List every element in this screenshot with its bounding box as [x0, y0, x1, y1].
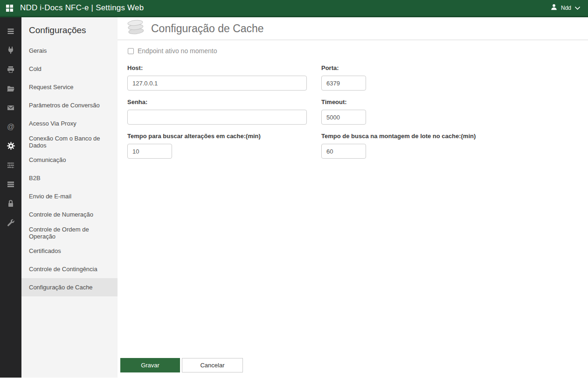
sidebar-item-conexao-banco-dados[interactable]: Conexão Com o Banco de Dados [21, 133, 118, 151]
sidebar-title: Configurações [21, 17, 118, 42]
icon-rail: @ [0, 17, 21, 378]
timeout-input[interactable] [321, 110, 366, 125]
tempo-busca-lote-input[interactable] [321, 144, 366, 159]
tempo-busca-lote-field-group: Tempo de busca na montagem de lote no ca… [321, 133, 503, 159]
host-input[interactable] [127, 76, 307, 91]
svg-text:@: @ [7, 123, 14, 131]
tempo-busca-alteracoes-field-group: Tempo para buscar alterações em cache:(m… [127, 133, 307, 159]
form-actions: Gravar Cancelar [120, 358, 243, 372]
tempo-busca-lote-label: Tempo de busca na montagem de lote no ca… [321, 133, 503, 140]
timeout-field-group: Timeout: [321, 98, 366, 125]
timeout-label: Timeout: [321, 98, 366, 105]
main-panel: Configuração de Cache Endpoint ativo no … [118, 17, 588, 378]
senha-field-group: Senha: [127, 98, 307, 125]
save-button[interactable]: Gravar [120, 358, 180, 372]
sidebar-item-envio-email[interactable]: Envio de E-mail [21, 187, 118, 205]
cache-config-form: Endpoint ativo no momento Host: Porta: S… [118, 40, 588, 378]
senha-label: Senha: [127, 98, 307, 105]
page-title: Configuração de Cache [151, 22, 264, 35]
gear-icon[interactable] [0, 136, 21, 155]
porta-label: Porta: [321, 64, 366, 71]
sliders-icon[interactable] [0, 155, 21, 175]
settings-sidebar: Configurações Gerais Cold Request Servic… [21, 17, 118, 378]
cancel-button[interactable]: Cancelar [182, 358, 243, 372]
host-field-group: Host: [127, 64, 307, 91]
sidebar-item-acesso-via-proxy[interactable]: Acesso Via Proxy [21, 114, 118, 133]
plug-icon[interactable] [0, 41, 21, 60]
sidebar-item-gerais[interactable]: Gerais [21, 42, 118, 60]
sidebar-item-cold[interactable]: Cold [21, 60, 118, 78]
envelope-icon[interactable] [0, 98, 21, 117]
tempo-busca-alteracoes-label: Tempo para buscar alterações em cache:(m… [127, 133, 307, 140]
menu-icon[interactable] [0, 21, 21, 41]
app-title: NDD i-Docs NFC-e | Settings Web [20, 3, 144, 13]
porta-field-group: Porta: [321, 64, 366, 91]
sidebar-item-controle-ordem-operacao[interactable]: Controle de Ordem de Operação [21, 224, 118, 242]
endpoint-checkbox-label: Endpoint ativo no momento [138, 47, 217, 55]
sidebar-item-certificados[interactable]: Certificados [21, 242, 118, 260]
page-header: Configuração de Cache [118, 17, 588, 40]
host-label: Host: [127, 64, 307, 71]
app-logo-icon[interactable] [6, 4, 14, 12]
stack-icon[interactable] [0, 175, 21, 194]
chevron-down-icon [574, 4, 581, 12]
sidebar-item-b2b[interactable]: B2B [21, 169, 118, 187]
user-name: Ndd [561, 5, 571, 11]
cache-database-icon [125, 18, 146, 39]
lock-icon[interactable] [0, 194, 21, 213]
porta-input[interactable] [321, 76, 366, 91]
printer-icon[interactable] [0, 60, 21, 79]
folder-open-icon[interactable] [0, 79, 21, 98]
top-bar: NDD i-Docs NFC-e | Settings Web Ndd [0, 0, 588, 17]
at-sign-icon[interactable]: @ [0, 117, 21, 136]
senha-input[interactable] [127, 110, 307, 125]
user-icon [550, 3, 558, 13]
sidebar-item-controle-contingencia[interactable]: Controle de Contingência [21, 260, 118, 278]
sidebar-item-parametros-conversao[interactable]: Parâmetros de Conversão [21, 96, 118, 114]
sidebar-item-comunicacao[interactable]: Comunicação [21, 151, 118, 169]
wrench-icon[interactable] [0, 213, 21, 232]
endpoint-checkbox[interactable] [128, 48, 134, 54]
user-menu[interactable]: Ndd [550, 3, 581, 13]
sidebar-item-request-service[interactable]: Request Service [21, 78, 118, 96]
endpoint-checkbox-row: Endpoint ativo no momento [128, 47, 217, 55]
sidebar-item-configuracao-cache[interactable]: Configuração de Cache [21, 278, 118, 296]
sidebar-item-controle-numeracao[interactable]: Controle de Numeração [21, 205, 118, 224]
tempo-busca-alteracoes-input[interactable] [127, 144, 172, 159]
